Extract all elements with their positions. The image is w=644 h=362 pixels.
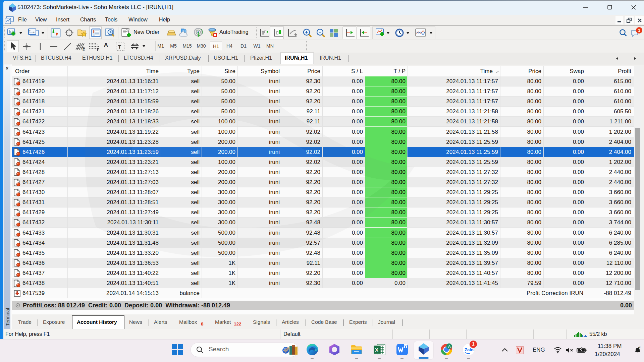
svg-text:A: A [448,344,451,349]
svg-text:T: T [118,44,121,50]
svg-text:X: X [375,347,378,353]
svg-text:E: E [83,48,85,51]
svg-text:F: F [97,48,99,51]
svg-text:z: z [639,346,641,348]
